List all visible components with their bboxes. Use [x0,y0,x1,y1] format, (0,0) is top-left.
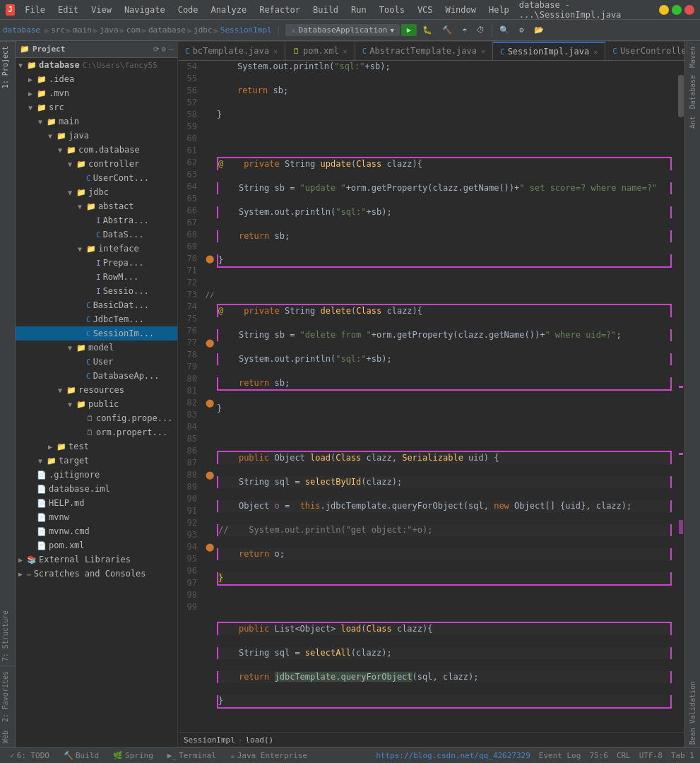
tree-sessionimpl[interactable]: ▶ C SessionIm... [16,326,177,341]
tree-basicdata[interactable]: ▶ C BasicDat... [16,298,177,312]
tree-gitignore[interactable]: ▶ 📄 .gitignore [16,468,177,482]
tree-datasource[interactable]: ▶ C DataS... [16,227,177,242]
tab-usercontroller[interactable]: C UserController.java ✕ [605,42,684,60]
tree-mvn[interactable]: ▶ 📁 .mvn [16,86,177,100]
menu-analyze[interactable]: Analyze [206,4,253,16]
tree-orm-prop[interactable]: ▶ 🗒 orm.propert... [16,425,177,439]
tree-scratches[interactable]: ▶ ✏ Scratches and Consoles [16,567,177,581]
coverage-button[interactable]: ☂ [458,23,471,37]
tree-config-prop[interactable]: ▶ 🗒 config.prope... [16,411,177,425]
encoding-indicator[interactable]: UTF-8 [639,751,663,760]
tree-root[interactable]: ▼ 📁 database C:\Users\fancy55 [16,58,177,72]
tree-jdbctem[interactable]: ▶ C JdbcTem... [16,312,177,326]
tab-close-pom[interactable]: ✕ [343,47,348,55]
tree-prepa[interactable]: ▶ I Prepa... [16,256,177,270]
tree-abstract-template[interactable]: ▶ I Abstra... [16,213,177,227]
todo-button[interactable]: ✓ 6: TODO [6,750,54,762]
scrollbar-thumb[interactable] [678,75,684,117]
sync-icon[interactable]: ⟳ [153,45,159,53]
search-button[interactable]: 🔍 [495,23,514,37]
tree-rowm[interactable]: ▶ I RowM... [16,270,177,284]
terminal-button[interactable]: ▶_ Terminal [163,750,220,762]
favorites-panel-tab[interactable]: 2: Favorites [0,667,15,726]
tree-public[interactable]: ▼ 📁 public [16,397,177,411]
menu-view[interactable]: View [85,4,117,16]
csdn-link[interactable]: https://blog.csdn.net/qq_42627329 [376,751,530,760]
build-button[interactable]: 🔨 [438,23,456,37]
tab-close-abstract[interactable]: ✕ [481,47,485,55]
maximize-button[interactable] [672,5,682,15]
debug-button[interactable]: 🐛 [418,23,437,37]
tab-abstracttemplate[interactable]: C AbstractTemplate.java ✕ [355,42,493,60]
menu-file[interactable]: File [19,4,51,16]
spring-button[interactable]: 🌿 Spring [109,750,158,762]
tree-resources[interactable]: ▼ 📁 resources [16,383,177,397]
tree-pom-xml[interactable]: ▶ 📄 pom.xml [16,538,177,552]
vertical-scrollbar[interactable] [677,61,684,732]
tree-abstact[interactable]: ▼ 📁 abstact [16,199,177,213]
impl-icon-77[interactable]: ⬤ [203,337,217,349]
tree-jdbc[interactable]: ▼ 📁 jdbc [16,185,177,199]
vcs-button[interactable]: 📂 [530,23,548,37]
code-content[interactable]: System.out.println("sql:"+sb); return sb… [217,61,677,732]
impl-icon-88[interactable]: ⬤ [203,469,217,481]
profile-button[interactable]: ⏱ [473,23,489,37]
settings-button[interactable]: ⚙ [515,23,528,37]
minimize-button[interactable] [659,5,669,15]
tree-src[interactable]: ▼ 📁 src [16,100,177,114]
tree-help-md[interactable]: ▶ 📄 HELP.md [16,496,177,510]
tree-main[interactable]: ▼ 📁 main [16,114,177,129]
project-panel-tab[interactable]: 1: Project [0,41,15,93]
tree-idea[interactable]: ▶ 📁 .idea [16,72,177,86]
tree-user[interactable]: ▶ C User [16,355,177,369]
close-button[interactable] [684,5,694,15]
tree-test[interactable]: ▶ 📁 test [16,439,177,454]
menu-edit[interactable]: Edit [52,4,84,16]
menu-bar[interactable]: File Edit View Navigate Code Analyze Ref… [19,4,515,16]
position-indicator[interactable]: 75:6 [589,751,608,760]
impl-icon-94[interactable]: ⬤ [203,541,217,553]
line-separator[interactable]: CRL [617,751,631,760]
menu-code[interactable]: Code [172,4,204,16]
tree-com-database[interactable]: ▼ 📁 com.database [16,143,177,157]
tree-mvnw-cmd[interactable]: ▶ 📄 mvnw.cmd [16,524,177,538]
hide-icon[interactable]: — [169,45,173,53]
tab-pom[interactable]: 🗒 pom.xml ✕ [285,42,355,60]
menu-navigate[interactable]: Navigate [119,4,171,16]
web-panel-tab[interactable]: Web [0,726,15,747]
tree-java[interactable]: ▼ 📁 java [16,129,177,143]
tab-sessionimpl[interactable]: C SessionImpl.java ✕ [493,42,605,60]
run-config[interactable]: ☕ DatabaseApplication ▼ [285,24,400,36]
menu-build[interactable]: Build [307,4,344,16]
event-log[interactable]: Event Log [539,751,581,760]
menu-run[interactable]: Run [345,4,372,16]
tree-database-iml[interactable]: ▶ 📄 database.iml [16,482,177,496]
tab-bctemplate[interactable]: C bcTemplate.java ✕ [178,42,285,60]
tree-external-libraries[interactable]: ▶ 📚 External Libraries [16,552,177,567]
tab-close-bctemplate[interactable]: ✕ [273,47,278,55]
menu-help[interactable]: Help [483,4,515,16]
run-button[interactable]: ▶ [401,24,417,36]
menu-vcs[interactable]: VCS [412,4,439,16]
tree-inteface[interactable]: ▼ 📁 inteface [16,242,177,256]
database-panel-tab[interactable]: Database [687,72,698,112]
bean-validation-panel-tab[interactable]: Bean Validation [687,678,698,747]
structure-panel-tab[interactable]: 7: Structure [0,606,15,666]
menu-refactor[interactable]: Refactor [254,4,306,16]
indent-indicator[interactable]: Tab 1 [671,751,694,760]
impl-icon-70[interactable]: ⬤ [203,253,217,265]
tree-target[interactable]: ▼ 📁 target [16,454,177,468]
tree-model[interactable]: ▼ 📁 model [16,341,177,355]
menu-window[interactable]: Window [440,4,482,16]
tab-close-session[interactable]: ✕ [593,48,598,56]
tree-sessio[interactable]: ▶ I Sessio... [16,284,177,298]
ant-panel-tab[interactable]: Ant [687,113,698,131]
tree-usercontroller[interactable]: ▶ C UserCont... [16,171,177,185]
impl-icon-82[interactable]: ⬤ [203,397,217,409]
settings-icon[interactable]: ⚙ [162,45,166,53]
maven-panel-tab[interactable]: Maven [687,44,698,71]
menu-tools[interactable]: Tools [374,4,410,16]
tree-databaseap[interactable]: ▶ C DatabaseAp... [16,369,177,383]
tree-controller[interactable]: ▼ 📁 controller [16,157,177,171]
java-enterprise-button[interactable]: ☕ Java Enterprise [226,750,312,762]
